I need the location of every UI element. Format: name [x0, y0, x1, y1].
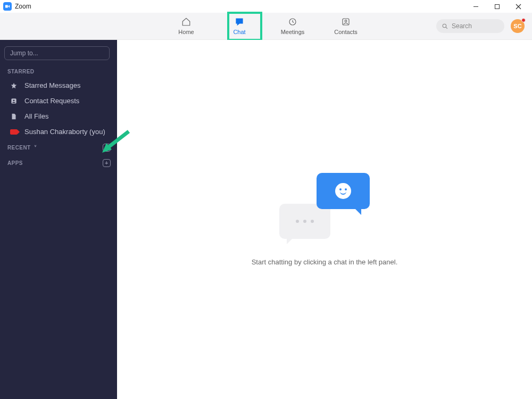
window-close-button[interactable]	[508, 0, 529, 13]
chevron-down-icon: ˅	[34, 145, 37, 151]
nav-meetings-label: Meetings	[281, 29, 305, 35]
contact-request-icon	[10, 97, 18, 105]
window-titlebar: Zoom	[0, 0, 532, 13]
empty-chat-illustration	[279, 173, 370, 242]
sidebar-item-label: Sushan Chakraborty (you)	[24, 128, 105, 136]
svg-line-9	[446, 27, 447, 29]
top-nav: Home Chat Meetings Contacts Search SC	[0, 13, 532, 40]
app-title: Zoom	[15, 3, 31, 10]
avatar-initials: SC	[513, 23, 521, 29]
window-maximize-button[interactable]	[486, 0, 508, 13]
sidebar-item-self-chat[interactable]: Sushan Chakraborty (you)	[0, 124, 117, 139]
sidebar-item-label: Contact Requests	[24, 97, 79, 105]
svg-rect-2	[495, 4, 499, 9]
profile-avatar[interactable]: SC	[511, 19, 525, 33]
nav-chat[interactable]: Chat	[223, 13, 255, 39]
sidebar-item-all-files[interactable]: All Files	[0, 109, 117, 124]
chat-icon	[235, 17, 244, 27]
jump-to-input[interactable]: Jump to...	[4, 46, 110, 60]
svg-point-11	[13, 99, 15, 101]
svg-point-7	[345, 20, 347, 22]
sidebar-section-starred: STARRED	[0, 64, 117, 78]
video-icon	[10, 129, 18, 135]
sidebar-item-starred-messages[interactable]: Starred Messages	[0, 78, 117, 93]
sidebar-item-label: All Files	[24, 112, 49, 120]
nav-chat-label: Chat	[233, 29, 245, 35]
empty-state-text: Start chatting by clicking a chat in the…	[252, 258, 398, 266]
add-app-button[interactable]: +	[103, 159, 111, 167]
sidebar-item-label: Starred Messages	[24, 81, 81, 89]
nav-meetings[interactable]: Meetings	[277, 13, 309, 39]
contacts-icon	[341, 17, 351, 27]
nav-home[interactable]: Home	[170, 13, 202, 39]
svg-point-8	[443, 24, 446, 28]
file-icon	[10, 113, 18, 120]
nav-contacts-label: Contacts	[334, 29, 357, 35]
home-icon	[181, 17, 191, 27]
window-minimize-button[interactable]	[465, 0, 486, 13]
nav-home-label: Home	[178, 29, 194, 35]
jump-to-placeholder: Jump to...	[10, 49, 38, 57]
sidebar-section-apps[interactable]: APPS +	[0, 155, 117, 170]
notification-dot-icon	[521, 18, 526, 22]
zoom-app-icon	[3, 2, 12, 11]
clock-icon	[288, 17, 297, 27]
sidebar: Jump to... STARRED Starred Messages Cont…	[0, 40, 117, 399]
add-recent-button[interactable]: +	[103, 144, 111, 152]
nav-contacts[interactable]: Contacts	[330, 13, 362, 39]
star-icon	[10, 82, 18, 89]
sidebar-section-recent[interactable]: RECENT ˅ +	[0, 139, 117, 155]
search-input[interactable]: Search	[436, 19, 504, 33]
sidebar-item-contact-requests[interactable]: Contact Requests	[0, 93, 117, 109]
search-icon	[442, 23, 448, 30]
search-placeholder: Search	[452, 22, 472, 30]
main-content: Start chatting by clicking a chat in the…	[117, 40, 532, 399]
svg-rect-0	[5, 5, 8, 8]
